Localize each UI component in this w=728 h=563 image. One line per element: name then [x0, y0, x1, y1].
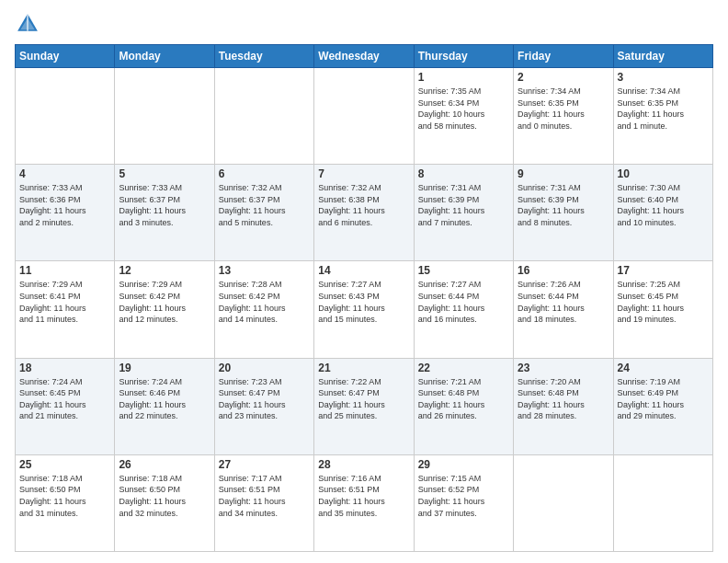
calendar-body: 1Sunrise: 7:35 AM Sunset: 6:34 PM Daylig…: [16, 68, 713, 552]
day-info: Sunrise: 7:28 AM Sunset: 6:42 PM Dayligh…: [219, 279, 310, 325]
day-number: 4: [19, 167, 110, 180]
calendar-cell: 11Sunrise: 7:29 AM Sunset: 6:41 PM Dayli…: [16, 261, 115, 358]
calendar-cell: 6Sunrise: 7:32 AM Sunset: 6:37 PM Daylig…: [214, 165, 313, 261]
day-number: 8: [418, 167, 509, 180]
weekday-header-tuesday: Tuesday: [214, 45, 313, 68]
day-info: Sunrise: 7:24 AM Sunset: 6:46 PM Dayligh…: [119, 376, 210, 422]
day-info: Sunrise: 7:32 AM Sunset: 6:37 PM Dayligh…: [219, 182, 310, 228]
weekday-header-friday: Friday: [514, 45, 613, 68]
weekday-header-saturday: Saturday: [613, 45, 712, 68]
day-info: Sunrise: 7:16 AM Sunset: 6:51 PM Dayligh…: [318, 473, 409, 519]
weekday-header-thursday: Thursday: [414, 45, 513, 68]
calendar-cell: 24Sunrise: 7:19 AM Sunset: 6:49 PM Dayli…: [613, 358, 712, 454]
weekday-header-wednesday: Wednesday: [314, 45, 414, 68]
calendar-cell: 9Sunrise: 7:31 AM Sunset: 6:39 PM Daylig…: [514, 165, 613, 261]
calendar-cell: 28Sunrise: 7:16 AM Sunset: 6:51 PM Dayli…: [314, 454, 414, 551]
calendar-cell: 10Sunrise: 7:30 AM Sunset: 6:40 PM Dayli…: [613, 165, 712, 261]
calendar-cell: 29Sunrise: 7:15 AM Sunset: 6:52 PM Dayli…: [414, 454, 513, 551]
calendar-page: SundayMondayTuesdayWednesdayThursdayFrid…: [0, 0, 728, 563]
calendar-cell: 16Sunrise: 7:26 AM Sunset: 6:44 PM Dayli…: [514, 261, 613, 358]
day-number: 6: [219, 167, 310, 180]
day-info: Sunrise: 7:35 AM Sunset: 6:34 PM Dayligh…: [418, 86, 509, 132]
day-info: Sunrise: 7:31 AM Sunset: 6:39 PM Dayligh…: [418, 182, 509, 228]
calendar-cell: 2Sunrise: 7:34 AM Sunset: 6:35 PM Daylig…: [514, 68, 613, 165]
calendar-cell: 27Sunrise: 7:17 AM Sunset: 6:51 PM Dayli…: [214, 454, 313, 551]
day-info: Sunrise: 7:18 AM Sunset: 6:50 PM Dayligh…: [19, 473, 110, 519]
day-number: 25: [19, 458, 110, 471]
day-number: 18: [19, 362, 110, 374]
day-info: Sunrise: 7:15 AM Sunset: 6:52 PM Dayligh…: [418, 473, 509, 519]
calendar-cell: 20Sunrise: 7:23 AM Sunset: 6:47 PM Dayli…: [214, 358, 313, 454]
calendar-cell: [115, 68, 214, 165]
calendar-header: SundayMondayTuesdayWednesdayThursdayFrid…: [16, 45, 713, 68]
day-number: 21: [318, 362, 409, 374]
day-number: 5: [119, 167, 210, 180]
day-number: 29: [418, 458, 509, 471]
calendar-cell: 14Sunrise: 7:27 AM Sunset: 6:43 PM Dayli…: [314, 261, 414, 358]
day-info: Sunrise: 7:20 AM Sunset: 6:48 PM Dayligh…: [518, 376, 609, 422]
day-info: Sunrise: 7:18 AM Sunset: 6:50 PM Dayligh…: [119, 473, 210, 519]
day-number: 16: [518, 264, 609, 277]
calendar-cell: 15Sunrise: 7:27 AM Sunset: 6:44 PM Dayli…: [414, 261, 513, 358]
calendar-week-0: 1Sunrise: 7:35 AM Sunset: 6:34 PM Daylig…: [16, 68, 713, 165]
day-number: 1: [418, 71, 509, 84]
day-number: 20: [219, 362, 310, 374]
day-number: 15: [418, 264, 509, 277]
day-number: 7: [318, 167, 409, 180]
day-number: 19: [119, 362, 210, 374]
day-number: 11: [19, 264, 110, 277]
day-number: 3: [618, 71, 709, 84]
weekday-header-monday: Monday: [115, 45, 214, 68]
day-number: 9: [518, 167, 609, 180]
day-info: Sunrise: 7:27 AM Sunset: 6:43 PM Dayligh…: [318, 279, 409, 325]
day-info: Sunrise: 7:34 AM Sunset: 6:35 PM Dayligh…: [618, 86, 709, 132]
day-number: 28: [318, 458, 409, 471]
day-info: Sunrise: 7:34 AM Sunset: 6:35 PM Dayligh…: [518, 86, 609, 132]
calendar-table: SundayMondayTuesdayWednesdayThursdayFrid…: [15, 44, 713, 552]
day-info: Sunrise: 7:30 AM Sunset: 6:40 PM Dayligh…: [618, 182, 709, 228]
day-info: Sunrise: 7:25 AM Sunset: 6:45 PM Dayligh…: [618, 279, 709, 325]
day-number: 22: [418, 362, 509, 374]
day-info: Sunrise: 7:23 AM Sunset: 6:47 PM Dayligh…: [219, 376, 310, 422]
calendar-week-1: 4Sunrise: 7:33 AM Sunset: 6:36 PM Daylig…: [16, 165, 713, 261]
calendar-cell: 12Sunrise: 7:29 AM Sunset: 6:42 PM Dayli…: [115, 261, 214, 358]
calendar-cell: 22Sunrise: 7:21 AM Sunset: 6:48 PM Dayli…: [414, 358, 513, 454]
day-info: Sunrise: 7:21 AM Sunset: 6:48 PM Dayligh…: [418, 376, 509, 422]
calendar-cell: 3Sunrise: 7:34 AM Sunset: 6:35 PM Daylig…: [613, 68, 712, 165]
calendar-week-2: 11Sunrise: 7:29 AM Sunset: 6:41 PM Dayli…: [16, 261, 713, 358]
day-number: 24: [618, 362, 709, 374]
calendar-cell: 7Sunrise: 7:32 AM Sunset: 6:38 PM Daylig…: [314, 165, 414, 261]
day-info: Sunrise: 7:29 AM Sunset: 6:41 PM Dayligh…: [19, 279, 110, 325]
day-number: 17: [618, 264, 709, 277]
day-number: 10: [618, 167, 709, 180]
calendar-cell: 13Sunrise: 7:28 AM Sunset: 6:42 PM Dayli…: [214, 261, 313, 358]
calendar-cell: 17Sunrise: 7:25 AM Sunset: 6:45 PM Dayli…: [613, 261, 712, 358]
calendar-cell: [214, 68, 313, 165]
day-info: Sunrise: 7:31 AM Sunset: 6:39 PM Dayligh…: [518, 182, 609, 228]
calendar-week-3: 18Sunrise: 7:24 AM Sunset: 6:45 PM Dayli…: [16, 358, 713, 454]
day-info: Sunrise: 7:22 AM Sunset: 6:47 PM Dayligh…: [318, 376, 409, 422]
calendar-cell: 1Sunrise: 7:35 AM Sunset: 6:34 PM Daylig…: [414, 68, 513, 165]
day-info: Sunrise: 7:27 AM Sunset: 6:44 PM Dayligh…: [418, 279, 509, 325]
day-info: Sunrise: 7:32 AM Sunset: 6:38 PM Dayligh…: [318, 182, 409, 228]
calendar-cell: 26Sunrise: 7:18 AM Sunset: 6:50 PM Dayli…: [115, 454, 214, 551]
calendar-cell: 19Sunrise: 7:24 AM Sunset: 6:46 PM Dayli…: [115, 358, 214, 454]
calendar-cell: [514, 454, 613, 551]
day-info: Sunrise: 7:17 AM Sunset: 6:51 PM Dayligh…: [219, 473, 310, 519]
day-info: Sunrise: 7:33 AM Sunset: 6:36 PM Dayligh…: [19, 182, 110, 228]
weekday-header-sunday: Sunday: [16, 45, 115, 68]
day-info: Sunrise: 7:26 AM Sunset: 6:44 PM Dayligh…: [518, 279, 609, 325]
day-info: Sunrise: 7:24 AM Sunset: 6:45 PM Dayligh…: [19, 376, 110, 422]
day-number: 27: [219, 458, 310, 471]
calendar-cell: 18Sunrise: 7:24 AM Sunset: 6:45 PM Dayli…: [16, 358, 115, 454]
day-number: 26: [119, 458, 210, 471]
calendar-cell: 21Sunrise: 7:22 AM Sunset: 6:47 PM Dayli…: [314, 358, 414, 454]
day-number: 2: [518, 71, 609, 84]
calendar-cell: 4Sunrise: 7:33 AM Sunset: 6:36 PM Daylig…: [16, 165, 115, 261]
day-number: 12: [119, 264, 210, 277]
calendar-cell: [16, 68, 115, 165]
calendar-cell: 8Sunrise: 7:31 AM Sunset: 6:39 PM Daylig…: [414, 165, 513, 261]
page-header: [15, 11, 713, 37]
day-info: Sunrise: 7:33 AM Sunset: 6:37 PM Dayligh…: [119, 182, 210, 228]
day-number: 13: [219, 264, 310, 277]
